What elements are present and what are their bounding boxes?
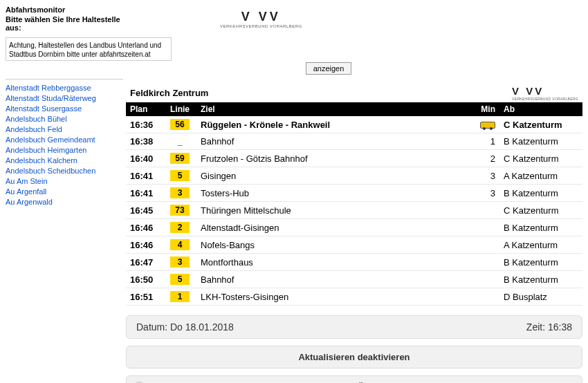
sidebar-item[interactable]: Altenstadt Rebberggasse [6,82,123,93]
cell-linie: 1 [163,288,196,306]
cell-ab: B Katzenturm [499,219,582,236]
cell-ziel: Altenstadt-Gisingen [196,219,468,236]
cell-min [468,219,499,236]
cell-linie: _ [163,133,196,150]
table-row: 16:462Altenstadt-GisingenB Katzenturm [126,219,582,236]
cell-plan: 16:36 [126,116,163,133]
table-row: 16:511LKH-Tosters-GisingenD Busplatz [126,288,582,306]
toggle-refresh-button[interactable]: Aktualisieren deaktivieren [126,346,582,368]
cell-linie: 2 [163,219,196,236]
table-row: 16:505BahnhofB Katzenturm [126,271,582,288]
sidebar-item[interactable]: Andelsbuch Scheidbuchen [6,165,123,176]
col-linie: Linie [163,102,196,116]
cell-ab: C Katzenturm [499,202,582,219]
line-badge: 4 [170,239,190,250]
sidebar-item[interactable]: Au Argenwald [6,196,123,207]
sidebar-item[interactable]: Andelsbuch Bühel [6,113,123,124]
cell-min [468,271,499,288]
cell-ziel: Gisingen [196,167,468,185]
cell-ziel: Nofels-Bangs [196,236,468,254]
cell-ziel: Bahnhof [196,133,468,150]
cell-ab: B Katzenturm [499,133,582,150]
line-text: _ [177,136,182,147]
line-badge: 5 [170,274,190,285]
cell-min: 1 [468,133,499,150]
action-label: Aktualisieren deaktivieren [298,352,410,362]
cell-linie: 5 [163,271,196,288]
cell-min [468,254,499,271]
notice-text: Achtung, Haltestellen des Landbus Unterl… [6,37,172,61]
cell-ziel: Montforthaus [196,254,468,271]
sidebar-item[interactable]: Andelsbuch Gemeindeamt [6,134,123,144]
line-badge: 73 [170,205,190,216]
table-row: 16:4573Thüringen MittelschuleC Katzentur… [126,202,582,219]
col-ab: Ab [499,102,582,116]
cell-linie: 4 [163,236,196,254]
sidebar-item[interactable]: Andelsbuch Feld [6,124,123,134]
bus-icon [480,122,495,129]
line-badge: 1 [170,291,190,302]
cell-linie: 59 [163,150,196,167]
cell-plan: 16:46 [126,236,163,254]
cell-min: 3 [468,185,499,202]
cell-plan: 16:50 [126,271,163,288]
divider [6,79,123,80]
cell-plan: 16:41 [126,185,163,202]
line-badge: 3 [170,187,190,198]
cell-min [468,288,499,306]
col-min: Min [468,102,499,116]
cell-ab: C Katzenturm [499,150,582,167]
time-label: Zeit: 16:38 [526,321,572,333]
cell-min [468,116,499,133]
cell-ab: B Katzenturm [499,271,582,288]
vvv-logo-small: V VV VERKEHRSVERBUND VORARLBERG [512,85,578,101]
stop-list: Altenstadt RebberggasseAltenstadt Studa/… [6,82,123,383]
cell-linie: 56 [163,116,196,133]
sidebar-item[interactable]: Altenstadt Studa/Räterweg [6,93,123,103]
sidebar-item[interactable]: Andelsbuch Heimgarten [6,144,123,155]
cell-ziel: LKH-Tosters-Gisingen [196,288,468,306]
col-ziel: Ziel [196,102,468,116]
cell-ab: A Katzenturm [499,167,582,185]
sidebar-item[interactable]: Andelsbuch Kalchern [6,155,123,165]
date-label: Datum: Do 18.01.2018 [136,321,234,333]
page-title: Abfahrtsmonitor [6,6,123,14]
line-badge: 2 [170,222,190,233]
line-badge: 56 [170,119,190,130]
table-row: 16:413Tosters-Hub3B Katzenturm [126,185,582,202]
cell-ab: B Katzenturm [499,185,582,202]
cell-linie: 5 [163,167,196,185]
cell-ziel: Thüringen Mittelschule [196,202,468,219]
cell-plan: 16:45 [126,202,163,219]
table-row: 16:473MontforthausB Katzenturm [126,254,582,271]
line-badge: 59 [170,153,190,164]
vvv-logo: V VV VERKEHRSVERBUND VORARLBERG [220,10,302,28]
cell-ab: B Katzenturm [499,254,582,271]
cell-min: 2 [468,150,499,167]
departures-table: Plan Linie Ziel Min Ab 16:3656Rüggelen -… [126,102,582,306]
cell-plan: 16:46 [126,219,163,236]
line-badge: 5 [170,170,190,181]
cell-ab: D Busplatz [499,288,582,306]
cell-plan: 16:47 [126,254,163,271]
cell-ziel: Frutzolen - Götzis Bahnhof [196,150,468,167]
cell-linie: 73 [163,202,196,219]
cell-linie: 3 [163,254,196,271]
selected-stop-name: Feldkirch Zentrum [130,88,208,98]
cell-min [468,236,499,254]
cell-min: 3 [468,167,499,185]
col-plan: Plan [126,102,163,116]
line-badge: 3 [170,256,190,268]
cell-ab: A Katzenturm [499,236,582,254]
sidebar-item[interactable]: Au Argenfall [6,186,123,196]
sidebar-item[interactable]: Au Am Stein [6,176,123,186]
cell-ziel: Bahnhof [196,271,468,288]
back-button[interactable]: ◄ Zurück zur Übersicht [126,375,582,383]
cell-ab: C Katzenturm [499,116,582,133]
cell-plan: 16:40 [126,150,163,167]
table-row: 16:3656Rüggelen - Krönele - RankweilC Ka… [126,116,582,133]
table-row: 16:38_Bahnhof1B Katzenturm [126,133,582,150]
sidebar-item[interactable]: Altenstadt Susergasse [6,103,123,113]
show-button[interactable]: anzeigen [306,62,352,75]
cell-ziel: Tosters-Hub [196,185,468,202]
